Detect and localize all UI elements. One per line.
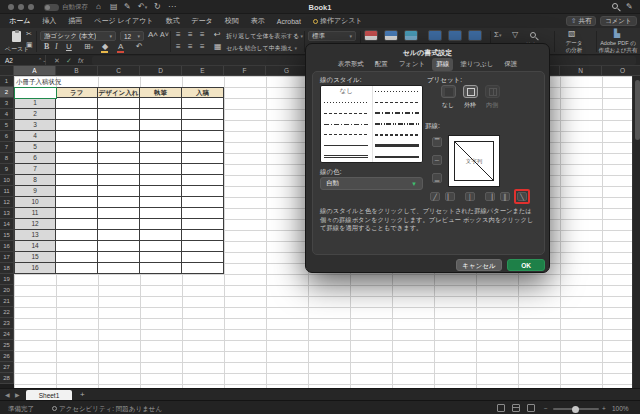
ribbon-tab[interactable]: データ bbox=[190, 14, 213, 28]
align-middle-icon[interactable]: ≡ bbox=[188, 30, 193, 40]
dialog-tab[interactable]: 罫線 bbox=[432, 58, 453, 71]
table-cell[interactable] bbox=[140, 98, 182, 109]
row-number-cell[interactable]: 12 bbox=[14, 219, 56, 230]
column-header[interactable]: G bbox=[266, 66, 308, 76]
format-as-table-icon[interactable] bbox=[384, 30, 398, 41]
align-right-icon[interactable]: ≡ bbox=[200, 42, 205, 52]
row-header[interactable]: 15 bbox=[0, 230, 14, 241]
ribbon-tab[interactable]: 挿入 bbox=[41, 14, 57, 28]
table-cell[interactable] bbox=[182, 186, 224, 197]
line-style-option[interactable] bbox=[321, 108, 372, 119]
preset-outline-button[interactable] bbox=[463, 85, 478, 98]
table-cell[interactable] bbox=[56, 98, 98, 109]
table-cell[interactable] bbox=[98, 230, 140, 241]
line-style-option[interactable] bbox=[373, 108, 423, 119]
increase-font-icon[interactable]: A˄ bbox=[148, 30, 158, 40]
row-header[interactable]: 19 bbox=[0, 274, 14, 285]
dialog-tab[interactable]: 塗りつぶし bbox=[456, 58, 497, 71]
accessibility-status[interactable]: アクセシビリティ: 問題ありません bbox=[52, 405, 162, 414]
row-header[interactable]: 1 bbox=[0, 76, 14, 87]
row-header[interactable]: 3 bbox=[0, 98, 14, 109]
row-header[interactable]: 22 bbox=[0, 307, 14, 318]
row-number-cell[interactable]: 4 bbox=[14, 131, 56, 142]
table-cell[interactable] bbox=[140, 208, 182, 219]
zoom-in-icon[interactable]: + bbox=[602, 405, 606, 412]
column-header[interactable]: A bbox=[14, 66, 56, 76]
share-button[interactable]: ⇧共有 bbox=[566, 16, 596, 26]
preset-none-button[interactable] bbox=[441, 85, 456, 98]
row-header[interactable]: 17 bbox=[0, 252, 14, 263]
row-number-cell[interactable]: 15 bbox=[14, 252, 56, 263]
row-number-cell[interactable]: 16 bbox=[14, 263, 56, 274]
decrease-font-icon[interactable]: A˅ bbox=[160, 30, 169, 40]
line-style-option[interactable] bbox=[321, 140, 372, 151]
row-header[interactable]: 16 bbox=[0, 241, 14, 252]
row-header[interactable]: 21 bbox=[0, 296, 14, 307]
table-cell[interactable] bbox=[140, 219, 182, 230]
wrap-text-button[interactable]: 折り返して全体を表示する ▾ bbox=[226, 32, 303, 41]
vertical-scrollbar-thumb[interactable] bbox=[635, 80, 640, 140]
adobe-pdf-icon[interactable]: ▙ bbox=[614, 29, 620, 39]
column-header[interactable]: F bbox=[224, 66, 266, 76]
table-cell[interactable] bbox=[182, 109, 224, 120]
table-cell[interactable] bbox=[182, 120, 224, 131]
underline-button[interactable]: U bbox=[66, 42, 72, 52]
table-cell[interactable] bbox=[140, 120, 182, 131]
row-header[interactable]: 25 bbox=[0, 340, 14, 351]
table-cell[interactable] bbox=[56, 153, 98, 164]
sort-filter-icon[interactable]: ▽ bbox=[512, 30, 518, 40]
row-number-cell[interactable]: 2 bbox=[14, 109, 56, 120]
row-header[interactable]: 9 bbox=[0, 164, 14, 175]
select-all-corner[interactable] bbox=[0, 66, 14, 76]
row-number-cell[interactable]: 3 bbox=[14, 120, 56, 131]
align-top-icon[interactable]: ≡ bbox=[176, 30, 181, 40]
table-header-cell[interactable]: デザイン入れ bbox=[98, 87, 140, 98]
column-header[interactable]: N bbox=[560, 66, 602, 76]
row-number-cell[interactable]: 13 bbox=[14, 230, 56, 241]
row-header[interactable]: 8 bbox=[0, 153, 14, 164]
table-cell[interactable] bbox=[182, 219, 224, 230]
row-header[interactable]: 5 bbox=[0, 120, 14, 131]
analyze-data-icon[interactable]: ▧ bbox=[568, 29, 576, 39]
italic-button[interactable]: I bbox=[55, 42, 58, 52]
border-top-button[interactable]: ▔ bbox=[432, 137, 442, 147]
table-cell[interactable] bbox=[56, 230, 98, 241]
line-style-option[interactable] bbox=[321, 119, 372, 130]
confirm-entry-icon[interactable]: ✓ bbox=[66, 55, 72, 66]
delete-cells-icon[interactable] bbox=[448, 30, 462, 41]
ribbon-tab[interactable]: ページ レイアウト bbox=[93, 14, 154, 28]
table-cell[interactable] bbox=[56, 241, 98, 252]
row-header[interactable]: 2 bbox=[0, 87, 14, 98]
table-cell[interactable] bbox=[98, 241, 140, 252]
table-cell[interactable] bbox=[140, 153, 182, 164]
border-diag-up-button[interactable]: ╱ bbox=[430, 192, 440, 201]
table-cell[interactable] bbox=[182, 230, 224, 241]
font-size-select[interactable]: 12▾ bbox=[120, 31, 144, 41]
table-cell[interactable] bbox=[98, 164, 140, 175]
row-header[interactable]: 26 bbox=[0, 351, 14, 362]
row-header[interactable]: 24 bbox=[0, 329, 14, 340]
table-cell[interactable] bbox=[182, 175, 224, 186]
ribbon-tab[interactable]: ホーム bbox=[8, 14, 31, 29]
namebox-stepper-icon[interactable]: ⌃⌄ bbox=[38, 55, 46, 66]
border-left-button[interactable]: ▏ bbox=[445, 192, 455, 201]
cell-styles-icon[interactable] bbox=[404, 30, 418, 41]
border-inner-v-button[interactable]: ║ bbox=[500, 192, 510, 201]
row-number-cell[interactable]: 11 bbox=[14, 208, 56, 219]
ribbon-tab[interactable]: Acrobat bbox=[276, 16, 302, 27]
table-cell[interactable] bbox=[56, 208, 98, 219]
table-cell[interactable] bbox=[182, 153, 224, 164]
dialog-tab[interactable]: フォント bbox=[395, 58, 430, 71]
align-bottom-icon[interactable]: ≡ bbox=[200, 30, 205, 40]
page-break-view-icon[interactable] bbox=[527, 404, 535, 412]
comments-button[interactable]: コメント bbox=[600, 16, 637, 26]
align-left-icon[interactable]: ≡ bbox=[176, 42, 181, 52]
line-style-option[interactable] bbox=[321, 97, 372, 108]
table-cell[interactable] bbox=[56, 186, 98, 197]
column-header[interactable]: C bbox=[98, 66, 140, 76]
table-cell[interactable] bbox=[140, 142, 182, 153]
column-header[interactable]: E bbox=[182, 66, 224, 76]
table-cell[interactable] bbox=[98, 175, 140, 186]
table-cell[interactable] bbox=[98, 120, 140, 131]
table-cell[interactable] bbox=[56, 109, 98, 120]
